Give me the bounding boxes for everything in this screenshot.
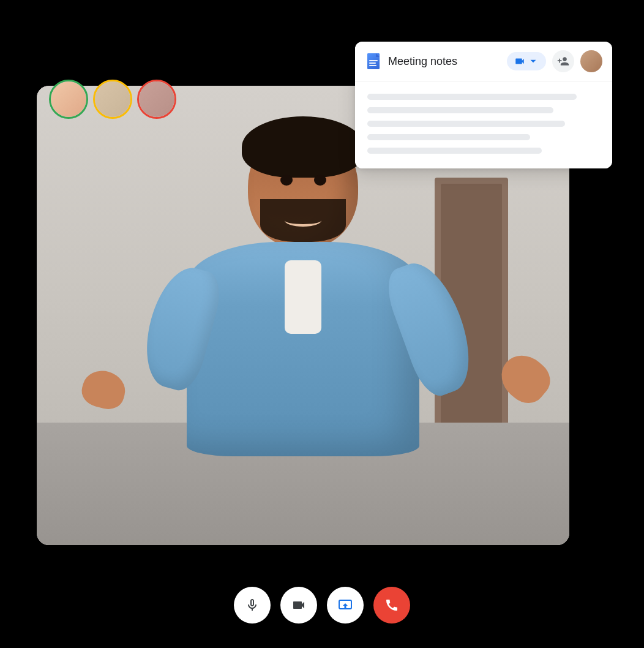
camera-button[interactable] [280,587,317,624]
person-arm-right [380,254,483,402]
participant-avatar-2[interactable] [93,80,132,119]
mic-icon [245,598,260,612]
end-call-icon [384,598,399,612]
video-join-button[interactable] [507,52,546,70]
participants-row [49,80,176,119]
content-line-2 [367,107,553,113]
docs-icon [365,53,382,70]
content-line-4 [367,134,530,140]
content-line-3 [367,121,565,127]
present-icon [338,598,353,612]
eye-left [280,175,293,186]
chevron-down-icon [528,56,539,67]
meeting-notes-panel: Meeting notes [355,42,612,168]
person-smile [285,214,321,227]
panel-header: Meeting notes [355,42,612,81]
avatar-face-1 [51,81,86,117]
panel-title: Meeting notes [388,55,501,68]
person-add-icon [557,55,569,67]
participant-avatar-3[interactable] [137,80,176,119]
svg-rect-2 [369,60,378,61]
add-people-button[interactable] [552,50,574,72]
avatar-face-3 [139,81,174,117]
eye-right [314,175,326,186]
content-line-5 [367,148,542,154]
participant-avatar-1[interactable] [49,80,88,119]
camera-icon [291,598,306,612]
scene: Meeting notes [0,0,644,648]
share-screen-button[interactable] [327,587,364,624]
user-avatar[interactable] [580,50,602,72]
mic-button[interactable] [234,587,271,624]
video-camera-icon [514,56,525,67]
person-hand-right [492,346,557,410]
end-call-button[interactable] [373,587,410,624]
person-arm-left [135,260,226,394]
control-bar [234,587,410,624]
person-hand-left [78,366,129,413]
svg-rect-3 [369,62,376,64]
content-line-1 [367,94,577,100]
person-head [248,126,358,248]
avatar-face-2 [95,81,130,117]
panel-content [355,81,612,168]
person-body [187,242,419,456]
svg-rect-4 [369,65,376,66]
person-eyes [248,175,358,186]
